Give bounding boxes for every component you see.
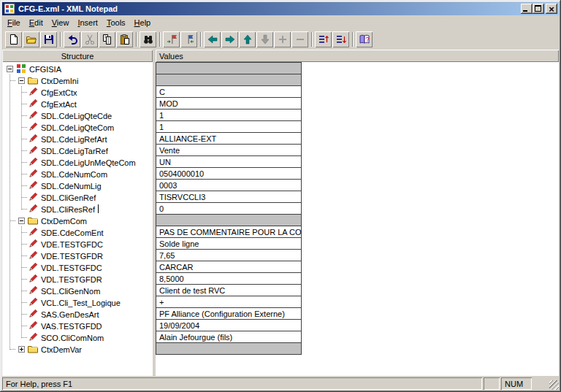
- tree-node-label[interactable]: SDE.CdeComEnt: [39, 228, 106, 237]
- resize-grip[interactable]: [549, 380, 559, 390]
- tree-node-label[interactable]: VDL.TESTGFDC: [39, 263, 104, 272]
- cut-button[interactable]: [81, 31, 98, 47]
- tree-node-label[interactable]: SDL.CdeLigUnMeQteCom: [39, 158, 138, 167]
- move-up-button[interactable]: [239, 31, 256, 47]
- tree-node-label[interactable]: CFGISIA: [27, 64, 64, 74]
- tree-node[interactable]: SDE.CdeComEnt: [4, 226, 153, 238]
- delete-node-button[interactable]: [291, 31, 308, 47]
- help-button[interactable]: ?: [356, 31, 373, 47]
- minimize-button[interactable]: [521, 4, 533, 14]
- maximize-button[interactable]: [533, 4, 544, 14]
- tree-node-label[interactable]: SDL.CdeNumCom: [39, 169, 110, 179]
- tree-node[interactable]: SDL.CdeNumLig: [4, 180, 153, 191]
- new-button[interactable]: [5, 31, 22, 47]
- move-left-button[interactable]: [204, 31, 221, 47]
- flag-right-button[interactable]: [180, 31, 197, 47]
- value-cell[interactable]: Client de test RVC: [156, 284, 302, 296]
- tree-node[interactable]: VDL.TESTGFDR: [4, 273, 153, 285]
- tree-node[interactable]: VAS.TESTGFDD: [4, 320, 153, 331]
- menu-tools[interactable]: Tools: [102, 17, 130, 28]
- tree-node[interactable]: VDE.TESTGFDC: [4, 238, 153, 250]
- tree-node-label[interactable]: SDL.CdeLigRefArt: [39, 134, 110, 144]
- value-cell[interactable]: 7,65: [156, 249, 302, 261]
- value-cell[interactable]: PAS DE COMMENTAIRE POUR LA CO...: [156, 226, 302, 238]
- tree-node[interactable]: SCL.CliGenNom: [4, 285, 153, 296]
- tree-node[interactable]: SAS.GenDesArt: [4, 308, 153, 320]
- value-cell[interactable]: UN: [156, 155, 302, 168]
- tree-node-label[interactable]: CfgExtCtx: [39, 88, 80, 97]
- tree-expand-expander-icon[interactable]: [15, 343, 27, 355]
- tree-node-label[interactable]: VAS.TESTGFDD: [39, 321, 104, 331]
- value-cell[interactable]: PF Alliance (Configuration Externe): [156, 307, 302, 320]
- expand-level-button[interactable]: [315, 31, 332, 47]
- tree-node-label[interactable]: VDE.TESTGFDR: [39, 251, 105, 261]
- tree-node-label[interactable]: SDL.CdeLigQteCde: [39, 111, 114, 120]
- menu-edit[interactable]: Edit: [25, 17, 47, 28]
- undo-button[interactable]: [64, 31, 80, 47]
- tree-node-label[interactable]: CtxDemIni: [39, 76, 80, 85]
- value-cell[interactable]: TISRVCCLI3: [156, 191, 302, 203]
- flag-left-button[interactable]: [163, 31, 180, 47]
- move-down-button[interactable]: [256, 31, 273, 47]
- value-cell[interactable]: 8,5000: [156, 272, 302, 285]
- tree-node[interactable]: VDE.TESTGFDR: [4, 250, 153, 261]
- tree-node[interactable]: SDL.CdeNumCom: [4, 168, 153, 180]
- value-cell[interactable]: ALLIANCE-EXT: [156, 132, 302, 145]
- insert-node-button[interactable]: [274, 31, 291, 47]
- tree-node[interactable]: CtxDemCom: [4, 215, 153, 226]
- tree-node-label[interactable]: SDL.CliGenRef: [39, 193, 98, 202]
- tree-node[interactable]: SDL.CliResRef: [4, 203, 153, 215]
- copy-button[interactable]: [99, 31, 115, 47]
- collapse-level-button[interactable]: [332, 31, 349, 47]
- tree-node[interactable]: SCO.CliComNom: [4, 331, 153, 343]
- value-cell[interactable]: 1: [156, 109, 302, 121]
- value-cell[interactable]: 0: [156, 202, 302, 215]
- value-cell[interactable]: 19/09/2004: [156, 319, 302, 331]
- value-cell[interactable]: Solde ligne: [156, 237, 302, 250]
- find-button[interactable]: [140, 31, 156, 47]
- close-button[interactable]: [546, 4, 557, 14]
- value-cell[interactable]: 0003: [156, 179, 302, 191]
- tree-node[interactable]: SDL.CdeLigUnMeQteCom: [4, 156, 153, 168]
- tree-node[interactable]: CtxDemIni: [4, 74, 153, 86]
- value-cell[interactable]: +: [156, 296, 302, 308]
- tree-node[interactable]: CfgExtCtx: [4, 86, 153, 98]
- tree-node-label[interactable]: VCL.Cli_Test_Logique: [39, 298, 123, 307]
- title-bar[interactable]: CFG-E.xml - XML Notepad: [2, 2, 559, 15]
- menu-file[interactable]: File: [3, 17, 25, 28]
- value-cell[interactable]: CARCAR: [156, 261, 302, 273]
- tree-node[interactable]: SDL.CliGenRef: [4, 191, 153, 203]
- tree-collapse-expander-icon[interactable]: [15, 74, 27, 86]
- tree-node-label[interactable]: VDE.TESTGFDC: [39, 239, 105, 249]
- tree-node-label[interactable]: CfgExtAct: [39, 99, 79, 109]
- menu-insert[interactable]: Insert: [73, 17, 102, 28]
- tree-node[interactable]: VDL.TESTGFDC: [4, 261, 153, 273]
- paste-button[interactable]: [116, 31, 133, 47]
- tree-node-label[interactable]: SDL.CdeNumLig: [39, 181, 104, 191]
- value-cell[interactable]: MOD: [156, 97, 302, 109]
- tree-node-label[interactable]: SDL.CdeLigQteCom: [39, 123, 116, 132]
- value-cell[interactable]: C: [156, 85, 302, 98]
- tree-node-label[interactable]: CtxDemVar: [39, 345, 84, 354]
- tree-node-label[interactable]: SCO.CliComNom: [39, 333, 106, 342]
- tree-node-label[interactable]: SCL.CliGenNom: [39, 286, 102, 296]
- value-cell[interactable]: 1: [156, 120, 302, 133]
- tree-node[interactable]: SDL.CdeLigTarRef: [4, 145, 153, 156]
- tree-node-label[interactable]: VDL.TESTGFDR: [39, 274, 104, 284]
- tree-node-label[interactable]: SDL.CdeLigTarRef: [39, 146, 110, 155]
- tree-collapse-expander-icon[interactable]: [4, 63, 15, 74]
- tree-node[interactable]: SDL.CdeLigQteCom: [4, 121, 153, 133]
- tree-node[interactable]: CFGISIA: [4, 63, 153, 74]
- move-right-button[interactable]: [221, 31, 238, 47]
- tree-node-label[interactable]: SAS.GenDesArt: [39, 310, 101, 319]
- value-cell[interactable]: Alain Jefourgue (fils): [156, 331, 302, 343]
- value-cell[interactable]: 0504000010: [156, 167, 302, 180]
- open-button[interactable]: [23, 31, 39, 47]
- tree-node[interactable]: CtxDemVar: [4, 343, 153, 355]
- tree-node-label[interactable]: SDL.CliResRef: [39, 204, 97, 214]
- tree-node[interactable]: SDL.CdeLigRefArt: [4, 133, 153, 145]
- menu-view[interactable]: View: [47, 17, 74, 28]
- value-cell[interactable]: Vente: [156, 144, 302, 156]
- save-button[interactable]: [40, 31, 57, 47]
- tree-collapse-expander-icon[interactable]: [15, 215, 27, 226]
